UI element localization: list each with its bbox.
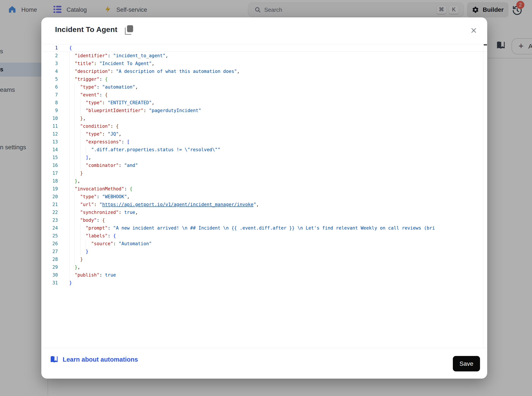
code-line-content: "trigger": { — [69, 75, 487, 83]
indent-guide — [75, 122, 75, 130]
indent-guide — [80, 154, 81, 162]
code-line[interactable]: 29 }, — [41, 263, 487, 271]
code-line-content: ".diff.after.properties.status != \"reso… — [69, 146, 487, 154]
indent-guide — [75, 154, 75, 162]
screen: Home Catalog Self-service — [0, 0, 532, 396]
indent-guide — [80, 138, 81, 146]
indent-guide — [75, 232, 75, 240]
code-line[interactable]: 4 "description": "A description of what … — [41, 67, 487, 75]
indent-guide — [69, 130, 69, 138]
code-line[interactable]: 30 "publish": true — [41, 271, 487, 279]
indent-guide — [86, 146, 86, 154]
indent-guide — [80, 99, 81, 107]
code-line[interactable]: 16 "combinator": "and" — [41, 162, 487, 169]
line-number: 25 — [41, 232, 69, 240]
code-line[interactable]: 22 "synchronized": true, — [41, 209, 487, 216]
line-number: 19 — [41, 185, 69, 193]
line-number: 16 — [41, 162, 69, 169]
line-number: 26 — [41, 240, 69, 248]
code-line[interactable]: 24 "prompt": "A new incident arrived! \n… — [41, 224, 487, 232]
indent-guide — [80, 240, 81, 248]
code-line[interactable]: 15 ], — [41, 154, 487, 162]
code-line[interactable]: 12 "type": "JQ", — [41, 130, 487, 138]
code-line-content: { — [69, 44, 487, 52]
code-line[interactable]: 25 "labels": { — [41, 232, 487, 240]
code-line[interactable]: 7 "event": { — [41, 91, 487, 99]
line-number: 13 — [41, 138, 69, 146]
save-button[interactable]: Save — [453, 356, 480, 371]
code-line[interactable]: 10 }, — [41, 114, 487, 122]
code-line[interactable]: 23 "body": { — [41, 216, 487, 224]
indent-guide — [69, 83, 69, 91]
code-line-content: "blueprintIdentifier": "pagerdutyInciden… — [69, 107, 487, 114]
code-line-content: } — [69, 169, 487, 177]
code-line-content: "synchronized": true, — [69, 209, 487, 216]
code-line-content: "type": "JQ", — [69, 130, 487, 138]
indent-guide — [75, 138, 75, 146]
code-line-content: "type": "WEBHOOK", — [69, 193, 487, 201]
code-line-content: } — [69, 256, 487, 263]
indent-guide — [69, 75, 69, 83]
close-icon[interactable] — [470, 27, 478, 34]
code-line[interactable]: 14 ".diff.after.properties.status != \"r… — [41, 146, 487, 154]
code-line[interactable]: 9 "blueprintIdentifier": "pagerdutyIncid… — [41, 107, 487, 114]
indent-guide — [69, 114, 69, 122]
copy-icon[interactable] — [124, 25, 134, 35]
cursor-mark — [484, 44, 487, 46]
code-line-content: "url": "https://api.getport.io/v1/agent/… — [69, 201, 487, 209]
code-line[interactable]: 2 "identifier": "incident_to_agent", — [41, 52, 487, 60]
code-line[interactable]: 28 } — [41, 256, 487, 263]
code-line[interactable]: 8 "type": "ENTITY_CREATED", — [41, 99, 487, 107]
code-line-content: }, — [69, 263, 487, 271]
indent-guide — [69, 122, 69, 130]
indent-guide — [80, 162, 81, 169]
line-number: 29 — [41, 263, 69, 271]
indent-guide — [75, 256, 75, 263]
code-line[interactable]: 3 "title": "Incident To Agent", — [41, 60, 487, 67]
line-number: 7 — [41, 91, 69, 99]
code-line-content: "type": "automation", — [69, 83, 487, 91]
indent-guide — [69, 162, 69, 169]
overview-ruler[interactable] — [483, 44, 487, 348]
code-line-content: "type": "ENTITY_CREATED", — [69, 99, 487, 107]
line-number: 3 — [41, 60, 69, 67]
json-code-editor[interactable]: 1{2 "identifier": "incident_to_agent",3 … — [41, 44, 487, 348]
code-line[interactable]: 1{ — [41, 44, 487, 52]
code-lines: 1{2 "identifier": "incident_to_agent",3 … — [41, 44, 487, 287]
indent-guide — [80, 232, 81, 240]
code-line[interactable]: 26 "source": "Automation" — [41, 240, 487, 248]
learn-link-label: Learn about automations — [63, 356, 138, 363]
code-line-content: "title": "Incident To Agent", — [69, 60, 487, 67]
indent-guide — [75, 162, 75, 169]
code-line[interactable]: 17 } — [41, 169, 487, 177]
indent-guide — [69, 216, 69, 224]
line-number: 22 — [41, 209, 69, 216]
indent-guide — [80, 130, 81, 138]
modal-footer: Learn about automations Save — [41, 348, 487, 379]
line-number: 17 — [41, 169, 69, 177]
code-line-content: "prompt": "A new incident arrived! \n ##… — [69, 224, 487, 232]
indent-guide — [75, 248, 75, 256]
line-number: 28 — [41, 256, 69, 263]
code-line[interactable]: 27 } — [41, 248, 487, 256]
indent-guide — [69, 52, 69, 60]
code-line[interactable]: 21 "url": "https://api.getport.io/v1/age… — [41, 201, 487, 209]
code-line[interactable]: 20 "type": "WEBHOOK", — [41, 193, 487, 201]
indent-guide — [75, 240, 75, 248]
code-line[interactable]: 18 }, — [41, 177, 487, 185]
line-number: 4 — [41, 67, 69, 75]
code-line[interactable]: 5 "trigger": { — [41, 75, 487, 83]
code-line[interactable]: 31} — [41, 279, 487, 287]
indent-guide — [69, 107, 69, 114]
indent-guide — [69, 138, 69, 146]
code-line[interactable]: 13 "expressions": [ — [41, 138, 487, 146]
code-line[interactable]: 11 "condition": { — [41, 122, 487, 130]
line-number: 15 — [41, 154, 69, 162]
code-line[interactable]: 19 "invocationMethod": { — [41, 185, 487, 193]
learn-about-automations-link[interactable]: Learn about automations — [50, 355, 138, 363]
indent-guide — [69, 185, 69, 193]
indent-guide — [75, 193, 75, 201]
indent-guide — [80, 107, 81, 114]
line-number: 24 — [41, 224, 69, 232]
code-line[interactable]: 6 "type": "automation", — [41, 83, 487, 91]
